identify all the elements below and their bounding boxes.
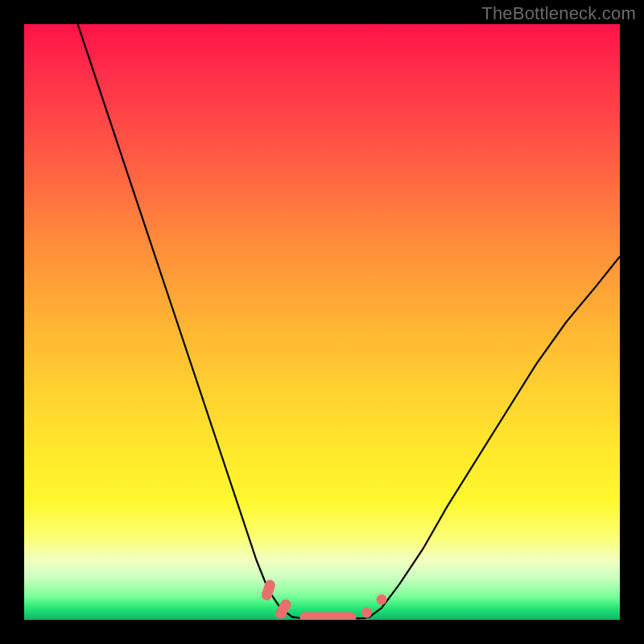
valley-markers bbox=[260, 579, 386, 620]
plot-area bbox=[24, 24, 620, 620]
curve-right-branch bbox=[369, 257, 620, 617]
chart-frame: TheBottleneck.com bbox=[0, 0, 644, 644]
attribution-text: TheBottleneck.com bbox=[481, 3, 636, 24]
pill-floor bbox=[299, 613, 356, 621]
pill-right-upper bbox=[377, 594, 387, 605]
curve-layer bbox=[24, 24, 620, 620]
pill-right-lower bbox=[361, 608, 372, 618]
curve-left-branch bbox=[78, 24, 292, 617]
